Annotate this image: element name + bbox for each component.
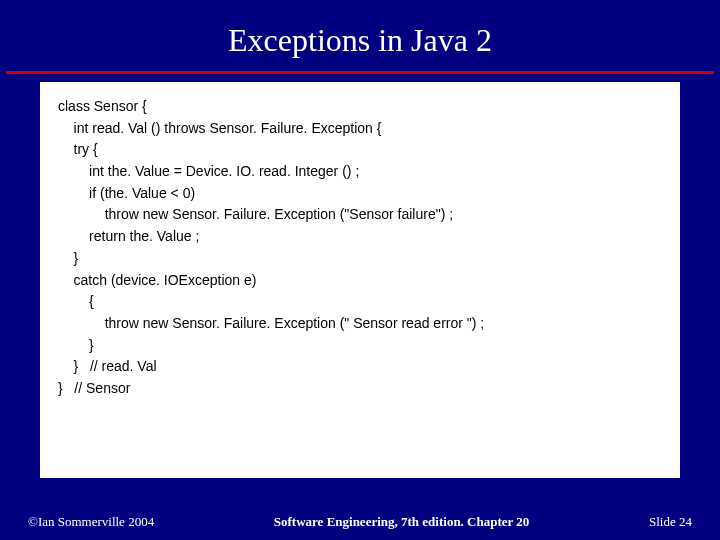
code-line: throw new Sensor. Failure. Exception (" … [58,313,662,335]
code-line: } // read. Val [58,356,662,378]
code-line: class Sensor { [58,96,662,118]
code-line: } // Sensor [58,378,662,400]
footer-slide-number: Slide 24 [649,514,720,530]
code-line: try { [58,139,662,161]
code-line: catch (device. IOException e) [58,270,662,292]
code-box: class Sensor { int read. Val () throws S… [40,82,680,478]
slide: Exceptions in Java 2 class Sensor { int … [0,0,720,540]
footer-copyright: ©Ian Sommerville 2004 [0,514,154,530]
code-line: return the. Value ; [58,226,662,248]
code-line: if (the. Value < 0) [58,183,662,205]
code-line: throw new Sensor. Failure. Exception ("S… [58,204,662,226]
slide-footer: ©Ian Sommerville 2004 Software Engineeri… [0,514,720,530]
code-line: } [58,248,662,270]
code-line: { [58,291,662,313]
slide-title: Exceptions in Java 2 [0,0,720,71]
footer-book-title: Software Engineering, 7th edition. Chapt… [154,514,649,530]
code-line: } [58,335,662,357]
title-rule [6,71,714,74]
code-line: int the. Value = Device. IO. read. Integ… [58,161,662,183]
code-line: int read. Val () throws Sensor. Failure.… [58,118,662,140]
